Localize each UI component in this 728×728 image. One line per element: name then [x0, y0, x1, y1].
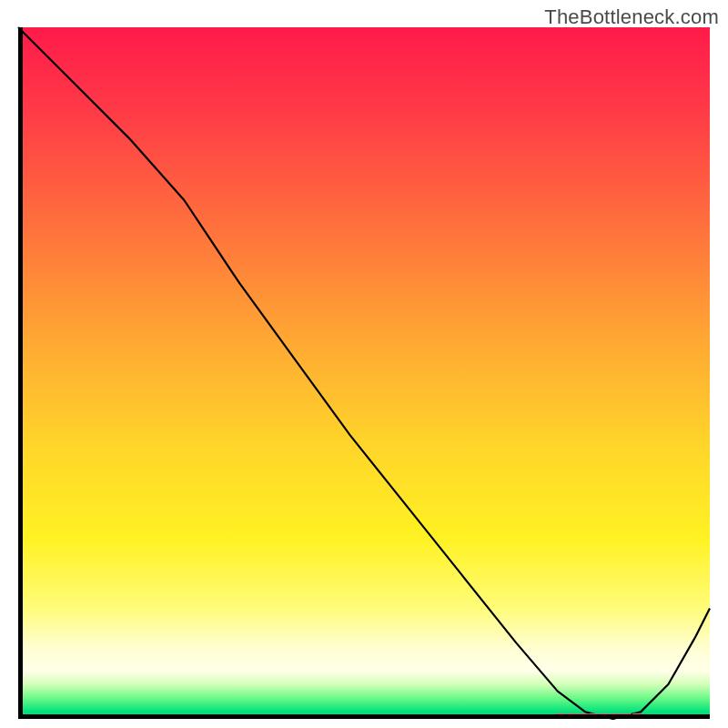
bottleneck-curve: [18, 27, 710, 719]
watermark-text: TheBottleneck.com: [544, 5, 719, 29]
chart-plot-area: [18, 27, 710, 719]
chart-overlay: [18, 27, 710, 719]
chart-container: TheBottleneck.com: [0, 0, 728, 728]
